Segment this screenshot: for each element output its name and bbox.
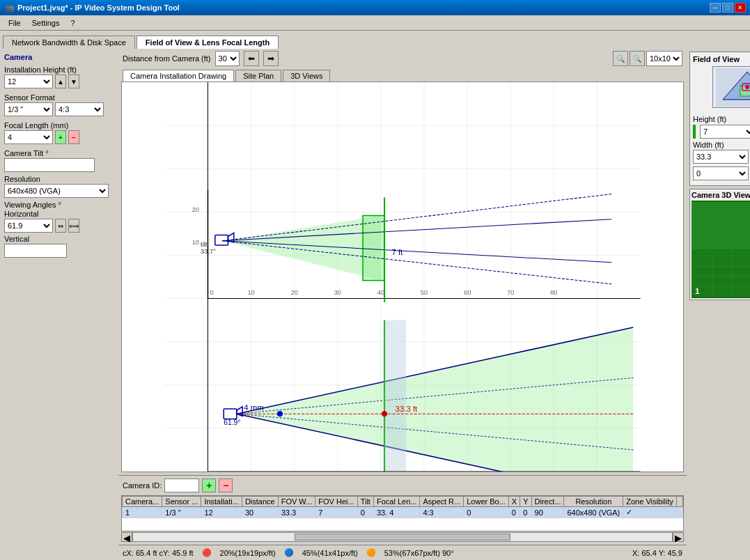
scroll-left-btn[interactable]: ◀ — [121, 532, 132, 542]
menu-bar: File Settings ? — [0, 15, 750, 31]
col-tilt[interactable]: Tilt — [357, 497, 373, 507]
height-label: Height (ft) — [693, 115, 750, 123]
horizontal-scrollbar[interactable]: ◀ ▶ — [121, 531, 684, 543]
col-fov-w[interactable]: FOV W... — [278, 497, 315, 507]
aspect-ratio-select[interactable]: 4:3 — [55, 102, 104, 116]
svg-text:4 mm: 4 mm — [244, 403, 263, 412]
maximize-button[interactable]: □ — [722, 3, 733, 13]
sensor-format-select[interactable]: 1/3 " — [4, 102, 53, 116]
col-direct[interactable]: Direct... — [531, 497, 564, 507]
h-angle-btn1[interactable]: ⇔ — [55, 219, 66, 233]
col-install[interactable]: Installati... — [201, 497, 242, 507]
app-title: Project1.jvsg* - IP Video System Design … — [17, 3, 180, 12]
camera-tilt-input: 33.7 — [4, 158, 95, 172]
add-camera-button[interactable]: + — [202, 479, 216, 492]
sensor-format-label: Sensor Format — [4, 93, 114, 102]
close-button[interactable]: ✕ — [735, 3, 746, 13]
svg-text:33.3 ft: 33.3 ft — [396, 405, 418, 413]
focal-length-select[interactable]: 4 — [4, 130, 53, 144]
minimize-button[interactable]: ─ — [710, 3, 721, 13]
installation-height-select[interactable]: 12 — [4, 75, 53, 88]
h-scrollbar-track[interactable] — [132, 532, 673, 542]
cell-focal: 33. 4 — [373, 507, 419, 518]
tab-camera-installation[interactable]: Camera Installation Drawing — [123, 70, 234, 81]
cell-zone: ✓ — [623, 507, 677, 518]
cell-aspect: 4:3 — [420, 507, 464, 518]
svg-text:10: 10 — [247, 289, 254, 296]
zoom-select[interactable]: 10x10 — [646, 51, 682, 66]
viewing-angles-label: Viewing Angles ° — [4, 201, 114, 209]
window-controls: ─ □ ✕ — [710, 3, 746, 13]
width-select[interactable]: 33.3 — [693, 150, 749, 164]
main-container: Camera Installation Height (ft) 12 ▲ ▼ S… — [0, 49, 750, 560]
coords-display: cX: 65.4 ft cY: 45.9 ft — [123, 549, 194, 557]
horizontal-angle-select[interactable]: 61.9 — [4, 219, 53, 233]
col-focal[interactable]: Focal Len... — [373, 497, 419, 507]
right-panel: Field of View ✓ 🧍 — [687, 49, 750, 560]
focal-length-field: Focal Length (mm) 4 + − — [4, 121, 114, 146]
tab-3d-views[interactable]: 3D Views — [283, 70, 330, 81]
focal-length-decrease[interactable]: − — [68, 130, 79, 144]
svg-text:50: 50 — [421, 289, 428, 296]
installation-height-up[interactable]: ▲ — [55, 75, 66, 88]
h-angle-btn2[interactable]: ⟺ — [68, 219, 79, 233]
delete-camera-button[interactable]: − — [219, 479, 233, 492]
col-fov-h[interactable]: FOV Hei... — [315, 497, 357, 507]
tab-field-of-view[interactable]: Field of View & Lens Focal Length — [136, 36, 279, 49]
cell-fov-h: 7 — [315, 507, 357, 518]
cell-x: 0 — [508, 507, 519, 518]
camera-table: Camera... Sensor ... Installati... Dista… — [122, 496, 683, 518]
stat3-icon: 🟠 — [366, 548, 376, 557]
zoom-out-button[interactable]: 🔍 — [630, 51, 645, 66]
distance-select[interactable]: 30 — [215, 51, 240, 66]
left-panel: Camera Installation Height (ft) 12 ▲ ▼ S… — [0, 49, 118, 560]
col-aspect[interactable]: Aspect R... — [420, 497, 464, 507]
installation-height-down[interactable]: ▼ — [68, 75, 79, 88]
col-x[interactable]: X — [508, 497, 519, 507]
col-extra[interactable] — [676, 497, 682, 507]
stat2-icon: 🔵 — [284, 548, 294, 557]
stat1-display: 20%(19x19px/ft) — [220, 549, 276, 557]
fov-title: Field of View — [693, 55, 750, 63]
main-tab-strip: Network Bandwidth & Disk Space Field of … — [0, 31, 750, 49]
fov-section: Field of View ✓ 🧍 — [689, 52, 750, 186]
cell-y: 0 — [520, 507, 531, 518]
menu-help[interactable]: ? — [65, 17, 80, 29]
col-lower[interactable]: Lower Bo... — [464, 497, 509, 507]
installation-height-label: Installation Height (ft) — [4, 65, 114, 74]
prev-distance-button[interactable]: ⬅ — [244, 51, 259, 66]
height-select[interactable]: 7 — [700, 125, 750, 139]
camera-table-container[interactable]: Camera... Sensor ... Installati... Dista… — [121, 495, 684, 531]
focal-length-label: Focal Length (mm) — [4, 121, 114, 130]
scroll-right-btn[interactable]: ▶ — [673, 532, 684, 542]
stat1-icon: 🔴 — [202, 548, 212, 557]
table-row[interactable]: 1 1/3 " 12 30 33.3 7 0 33. 4 4:3 0 0 0 — [123, 507, 683, 518]
menu-settings[interactable]: Settings — [26, 17, 65, 29]
cell-distance: 30 — [242, 507, 278, 518]
extra-select[interactable]: 0 — [693, 166, 749, 180]
status-bar: cX: 65.4 ft cY: 45.9 ft 🔴 20%(19x19px/ft… — [118, 545, 687, 560]
zoom-in-button[interactable]: 🔍 — [613, 51, 628, 66]
viewing-angles-section: Viewing Angles ° Horizontal 61.9 ⇔ ⟺ Ver… — [4, 201, 114, 260]
col-y[interactable]: Y — [520, 497, 531, 507]
width-label: Width (ft) — [693, 141, 750, 149]
camera-id-input[interactable]: 1 — [164, 479, 199, 492]
col-resolution[interactable]: Resolution — [564, 497, 623, 507]
position-display: X: 65.4 Y: 45.9 — [632, 549, 682, 557]
tab-network-bandwidth[interactable]: Network Bandwidth & Disk Space — [3, 36, 135, 49]
tab-site-plan[interactable]: Site Plan — [235, 70, 281, 81]
next-distance-button[interactable]: ➡ — [263, 51, 279, 66]
height-green-bar — [693, 125, 696, 139]
col-camera[interactable]: Camera... — [123, 497, 162, 507]
svg-text:70: 70 — [507, 289, 514, 296]
resolution-select[interactable]: 640x480 (VGA) — [4, 184, 109, 198]
col-sensor[interactable]: Sensor ... — [162, 497, 201, 507]
vertical-label: Vertical — [4, 235, 114, 243]
menu-file[interactable]: File — [3, 17, 26, 29]
col-distance[interactable]: Distance — [242, 497, 278, 507]
vertical-angle-input: 48.4 — [4, 244, 67, 258]
h-scrollbar-thumb[interactable] — [295, 534, 510, 540]
stat3-display: 53%(67x67px/ft) 90° — [384, 549, 454, 557]
col-zone[interactable]: Zone Visibility — [623, 497, 677, 507]
focal-length-increase[interactable]: + — [55, 130, 66, 144]
